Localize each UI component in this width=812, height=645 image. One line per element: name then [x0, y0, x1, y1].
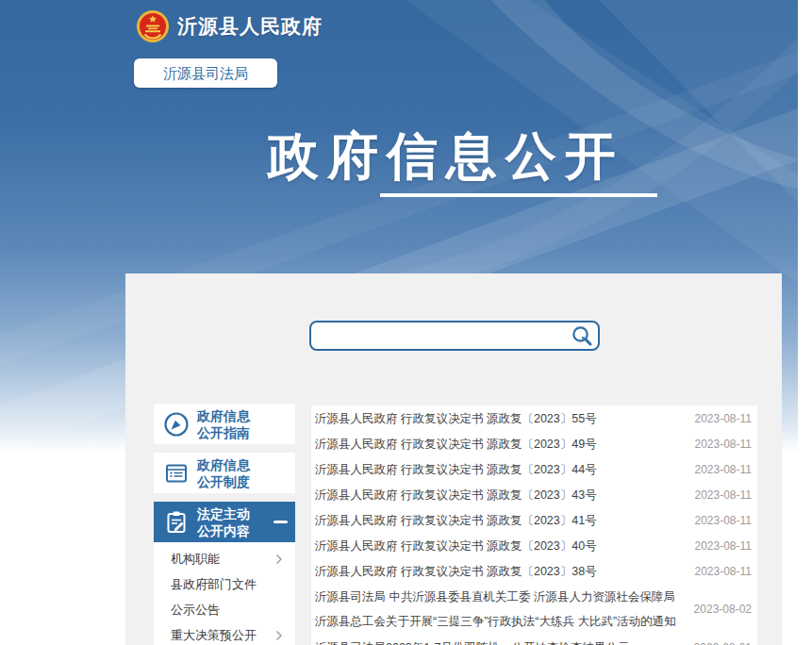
document-title[interactable]: 沂源县人民政府 行政复议决定书 源政复〔2023〕38号 [311, 564, 688, 579]
submenu-item-label: 重大决策预公开 [171, 627, 257, 644]
submenu-item-major-decisions[interactable]: 重大决策预公开 [154, 622, 295, 645]
list-item[interactable]: 沂源县人民政府 行政复议决定书 源政复〔2023〕41号 2023-08-11 [311, 507, 757, 533]
list-item[interactable]: 沂源县人民政府 行政复议决定书 源政复〔2023〕38号 2023-08-11 [311, 558, 757, 584]
search-button[interactable] [566, 322, 598, 349]
search-box [309, 321, 600, 351]
sidebar-item-label: 公开指南 [197, 424, 250, 441]
chevron-right-icon [275, 630, 283, 641]
submenu-item-org-functions[interactable]: 机构职能 [154, 546, 295, 571]
document-date: 2023-08-11 [688, 412, 757, 425]
sidebar-item-label: 公开制度 [197, 473, 250, 490]
chevron-right-icon [275, 554, 283, 565]
document-title[interactable]: 沂源县司法局2023年1-7月份双随机一公开抽查检查结果公示 [311, 640, 688, 645]
list-item[interactable]: 沂源县人民政府 行政复议决定书 源政复〔2023〕44号 2023-08-11 [311, 456, 757, 482]
document-title[interactable]: 沂源县人民政府 行政复议决定书 源政复〔2023〕49号 [311, 437, 688, 452]
document-date: 2023-08-02 [688, 603, 757, 616]
collapse-minus-icon[interactable] [273, 521, 288, 523]
submenu-item-dept-documents[interactable]: 县政府部门文件 [154, 571, 295, 597]
sidebar: 政府信息 公开指南 政府信息 公开制度 [154, 404, 295, 645]
document-title[interactable]: 沂源县人民政府 行政复议决定书 源政复〔2023〕40号 [311, 538, 688, 554]
page-title: 政府信息公开 [268, 123, 624, 191]
document-title[interactable]: 沂源县人民政府 行政复议决定书 源政复〔2023〕44号 [311, 462, 688, 477]
department-button[interactable]: 沂源县司法局 [134, 58, 277, 88]
list-item[interactable]: 沂源县人民政府 行政复议决定书 源政复〔2023〕55号 2023-08-11 [311, 405, 757, 431]
document-date: 2023-08-01 [688, 641, 757, 645]
national-emblem-icon [136, 9, 170, 43]
title-underline [380, 193, 657, 197]
content-panel: 政府信息 公开指南 政府信息 公开制度 [125, 273, 782, 645]
compass-icon [162, 410, 191, 438]
document-date: 2023-08-11 [688, 565, 757, 578]
submenu-item-label: 机构职能 [171, 551, 220, 568]
sidebar-item-guide[interactable]: 政府信息 公开指南 [154, 404, 295, 444]
sidebar-item-label: 公开内容 [197, 522, 250, 539]
document-list: 沂源县人民政府 行政复议决定书 源政复〔2023〕55号 2023-08-11 … [311, 405, 757, 645]
sidebar-item-rules[interactable]: 政府信息 公开制度 [154, 453, 295, 493]
search-input[interactable] [311, 322, 566, 349]
submenu-item-public-notices[interactable]: 公示公告 [154, 597, 295, 622]
site-logo-brand[interactable]: 沂源县人民政府 [136, 9, 323, 43]
list-item[interactable]: 沂源县人民政府 行政复议决定书 源政复〔2023〕43号 2023-08-11 [311, 482, 757, 507]
document-title[interactable]: 沂源县司法局 中共沂源县委县直机关工委 沂源县人力资源社会保障局 沂源县总工会关… [311, 585, 688, 634]
document-date: 2023-08-11 [688, 539, 757, 553]
document-title[interactable]: 沂源县人民政府 行政复议决定书 源政复〔2023〕41号 [311, 513, 688, 528]
document-date: 2023-08-11 [688, 488, 757, 502]
list-item[interactable]: 沂源县司法局2023年1-7月份双随机一公开抽查检查结果公示 2023-08-0… [311, 635, 757, 645]
clipboard-pen-icon [162, 509, 191, 536]
page: 沂源县人民政府 沂源县司法局 政府信息公开 [0, 0, 812, 645]
submenu-item-label: 县政府部门文件 [171, 576, 257, 593]
list-item[interactable]: 沂源县人民政府 行政复议决定书 源政复〔2023〕40号 2023-08-11 [311, 533, 757, 558]
list-item[interactable]: 沂源县司法局 中共沂源县委县直机关工委 沂源县人力资源社会保障局 沂源县总工会关… [311, 584, 757, 635]
list-item[interactable]: 沂源县人民政府 行政复议决定书 源政复〔2023〕49号 2023-08-11 [311, 431, 757, 456]
document-title[interactable]: 沂源县人民政府 行政复议决定书 源政复〔2023〕55号 [311, 411, 688, 426]
document-date: 2023-08-11 [688, 514, 757, 527]
document-title[interactable]: 沂源县人民政府 行政复议决定书 源政复〔2023〕43号 [311, 488, 688, 503]
sidebar-submenu: 机构职能 县政府部门文件 公示公告 重大决策预公开 [154, 542, 295, 645]
document-icon [162, 460, 191, 487]
site-name: 沂源县人民政府 [177, 13, 323, 40]
document-date: 2023-08-11 [688, 438, 757, 451]
sidebar-item-statutory-disclosure[interactable]: 法定主动 公开内容 [154, 502, 295, 542]
search-icon [571, 324, 593, 347]
sidebar-item-label: 政府信息 [197, 456, 250, 473]
submenu-item-label: 公示公告 [171, 602, 220, 619]
document-date: 2023-08-11 [688, 463, 757, 476]
sidebar-item-label: 政府信息 [197, 407, 250, 424]
sidebar-item-label: 法定主动 [197, 505, 250, 522]
